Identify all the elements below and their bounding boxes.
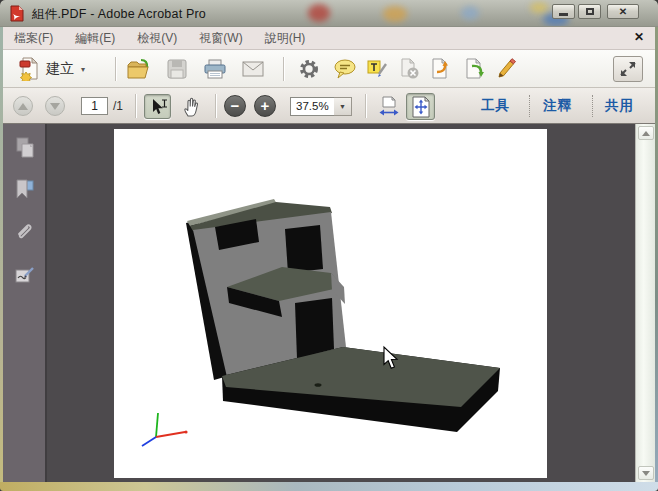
menu-edit[interactable]: 編輯(E): [64, 30, 126, 47]
main-toolbar: 建立 ▾: [3, 50, 655, 88]
email-button[interactable]: [239, 56, 267, 82]
settings-button[interactable]: [295, 56, 323, 82]
page-down-button[interactable]: [45, 96, 65, 116]
minimize-button[interactable]: [552, 4, 575, 19]
convert-page-button[interactable]: [462, 56, 490, 82]
open-file-button[interactable]: [125, 56, 153, 82]
glass-blob: [530, 2, 548, 13]
bookmarks-button[interactable]: [9, 174, 41, 206]
navigation-sidebar: [3, 124, 47, 482]
settings-gear-icon: [298, 58, 320, 80]
navigation-toolbar: /1 − + 37.5% ▼: [3, 88, 655, 124]
page-total-label: /1: [113, 99, 123, 113]
window-title: 組件.PDF - Adobe Acrobat Pro: [32, 6, 206, 23]
fit-width-button[interactable]: [375, 94, 402, 119]
page-number-input[interactable]: [81, 97, 108, 115]
menu-file[interactable]: 檔案(F): [3, 30, 64, 47]
toolbar-separator: [115, 57, 116, 81]
vertical-scrollbar[interactable]: [635, 124, 655, 482]
fit-page-button[interactable]: [406, 93, 435, 120]
scroll-up-icon: [642, 131, 650, 136]
print-icon: [203, 58, 227, 80]
open-file-icon: [126, 57, 152, 81]
glass-blob: [308, 4, 330, 22]
acrobat-window: 組件.PDF - Adobe Acrobat Pro ✕ 檔案(F) 編輯(E)…: [0, 0, 658, 491]
page-up-icon: [18, 103, 28, 110]
scroll-down-button[interactable]: [638, 466, 654, 480]
document-area: [3, 124, 655, 482]
comment-button[interactable]: [331, 56, 359, 82]
pdf-page[interactable]: [114, 129, 547, 478]
pencil-button[interactable]: [493, 56, 521, 82]
comment-bubble-icon: [333, 58, 357, 80]
document-pane[interactable]: [49, 124, 635, 482]
maximize-icon: [586, 8, 594, 15]
page-up-button[interactable]: [13, 96, 33, 116]
toolbar-separator: [215, 94, 216, 118]
attachments-icon: [13, 220, 37, 244]
signatures-button[interactable]: [9, 260, 41, 292]
toolbar-separator: [283, 57, 284, 81]
menubar: 檔案(F) 編輯(E) 檢視(V) 視窗(W) 說明(H) ✕: [3, 27, 655, 50]
glass-blob: [461, 6, 479, 20]
expand-arrows-icon: [618, 60, 638, 78]
minimize-icon: [559, 13, 568, 16]
chevron-down-icon: ▼: [339, 103, 346, 110]
menu-view[interactable]: 檢視(V): [126, 30, 188, 47]
window-border-left: [0, 27, 3, 482]
page-down-icon: [50, 103, 60, 110]
save-file-icon: [166, 58, 188, 80]
select-tool-icon: [147, 97, 169, 117]
toolbar-separator: [365, 94, 366, 118]
page-thumbnails-icon: [13, 136, 37, 160]
hand-tool-icon: [180, 96, 202, 118]
fit-page-icon: [410, 95, 432, 119]
3d-model-canvas: [114, 129, 547, 478]
page-thumbnails-button[interactable]: [9, 132, 41, 164]
close-button[interactable]: ✕: [607, 4, 639, 19]
pencil-icon: [495, 58, 519, 80]
chevron-down-icon: ▾: [81, 65, 85, 74]
delete-page-icon: [398, 58, 422, 80]
toolbar-separator: [135, 94, 136, 118]
menu-help[interactable]: 說明(H): [254, 30, 317, 47]
scroll-down-icon: [642, 471, 650, 476]
expand-toolbar-button[interactable]: [613, 56, 643, 82]
menu-window[interactable]: 視窗(W): [188, 30, 253, 47]
save-file-button[interactable]: [163, 56, 191, 82]
zoom-out-button[interactable]: −: [224, 95, 246, 117]
titlebar[interactable]: 組件.PDF - Adobe Acrobat Pro ✕: [0, 0, 658, 27]
zoom-in-button[interactable]: +: [254, 95, 276, 117]
create-pdf-icon: [19, 57, 39, 81]
create-pdf-button[interactable]: 建立 ▾: [11, 54, 93, 84]
text-highlight-icon: [366, 58, 390, 80]
close-icon: ✕: [619, 6, 627, 17]
glass-blob: [383, 6, 407, 22]
export-page-button[interactable]: [428, 56, 456, 82]
email-icon: [241, 59, 265, 79]
export-page-icon: [430, 58, 454, 80]
axis-triad: [142, 413, 188, 446]
fit-width-icon: [377, 95, 401, 119]
maximize-button[interactable]: [578, 4, 601, 19]
print-button[interactable]: [201, 56, 229, 82]
close-document-icon[interactable]: ✕: [631, 30, 647, 44]
select-tool-button[interactable]: [144, 94, 171, 119]
comments-panel-button[interactable]: 注釋: [543, 97, 572, 115]
scroll-up-button[interactable]: [638, 126, 654, 140]
window-border-bottom: [0, 482, 658, 491]
attachments-button[interactable]: [9, 216, 41, 248]
zoom-level-value[interactable]: 37.5%: [290, 97, 335, 116]
bookmarks-icon: [13, 178, 37, 202]
tools-panel-button[interactable]: 工具: [481, 97, 510, 115]
text-edit-button[interactable]: [364, 56, 392, 82]
panel-separator: [529, 95, 530, 117]
convert-page-icon: [464, 58, 488, 80]
zoom-dropdown-button[interactable]: ▼: [334, 97, 352, 116]
model-hole-dot: [315, 383, 322, 387]
acrobat-pdf-icon: [9, 5, 25, 22]
share-panel-button[interactable]: 共用: [605, 97, 634, 115]
create-button-label: 建立: [46, 60, 74, 78]
delete-page-button[interactable]: [396, 56, 424, 82]
hand-tool-button[interactable]: [177, 94, 204, 119]
